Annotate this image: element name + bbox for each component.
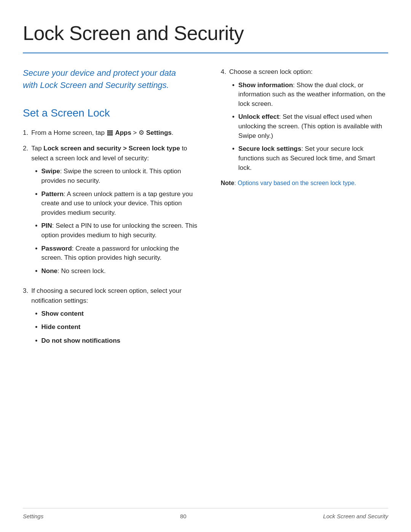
page-title: Lock Screen and Security <box>23 18 388 48</box>
step-4-text: Choose a screen lock option: <box>229 67 312 77</box>
step-3-num: 3. <box>23 286 28 350</box>
bullet-unlock-effect-text: Unlock effect: Set the visual effect use… <box>238 112 388 141</box>
bullet-show-content: Show content <box>31 309 198 319</box>
bullet-secure-lock-settings-text: Secure lock settings: Set your secure lo… <box>238 144 388 173</box>
bullet-unlock-effect: Unlock effect: Set the visual effect use… <box>228 112 388 141</box>
step-4-container: 4. Choose a screen lock option: <box>221 67 388 77</box>
settings-icon: ⚙ <box>139 129 144 136</box>
settings-label: Settings <box>146 129 172 136</box>
bullet-swipe-text: Swipe: Swipe the screen to unlock it. Th… <box>41 167 198 185</box>
bullet-pin-text: PIN: Select a PIN to use for unlocking t… <box>41 221 198 240</box>
step-2-num: 2. <box>23 144 28 280</box>
bullet-password-text: Password: Create a password for unlockin… <box>41 244 198 263</box>
bullet-none: None: No screen lock. <box>31 267 198 276</box>
note-label: Note <box>221 180 234 186</box>
step-1-text: From a Home screen, tap Apps > ⚙ Setting… <box>31 129 174 136</box>
section-heading: Set a Screen Lock <box>23 105 198 121</box>
bullet-show-information: Show information: Show the dual clock, o… <box>228 81 388 109</box>
step-4-bullets: Show information: Show the dual clock, o… <box>221 81 388 173</box>
footer-page-number: 80 <box>180 512 186 521</box>
bullet-none-text: None: No screen lock. <box>41 267 198 276</box>
bullet-do-not-show: Do not show notifications <box>31 336 198 346</box>
step-3-text: If choosing a secured lock screen option… <box>31 287 182 304</box>
bullet-pattern-text: Pattern: A screen unlock pattern is a ta… <box>41 190 198 218</box>
left-column: Secure your device and protect your data… <box>23 67 198 356</box>
step-3-bullets: Show content Hide content Do not show no… <box>31 309 198 346</box>
two-column-layout: Secure your device and protect your data… <box>23 67 388 356</box>
bullet-do-not-show-text: Do not show notifications <box>41 336 198 346</box>
lock-screen-security-label: Lock screen and security > Screen lock t… <box>43 145 180 152</box>
step-2-content: Tap Lock screen and security > Screen lo… <box>31 144 198 280</box>
numbered-list: 1. From a Home screen, tap Apps > ⚙ Set <box>23 128 198 350</box>
title-rule <box>23 53 388 53</box>
intro-text: Secure your device and protect your data… <box>23 67 186 91</box>
bullet-swipe: Swipe: Swipe the screen to unlock it. Th… <box>31 167 198 185</box>
footer-right: Lock Screen and Security <box>323 512 388 521</box>
step-2-bullets: Swipe: Swipe the screen to unlock it. Th… <box>31 167 198 276</box>
step-2: 2. Tap Lock screen and security > Screen… <box>23 144 198 280</box>
step-1-content: From a Home screen, tap Apps > ⚙ Setting… <box>31 128 198 138</box>
note-container: Note: Options vary based on the screen l… <box>221 179 388 188</box>
footer: Settings 80 Lock Screen and Security <box>23 508 388 521</box>
step-3-content: If choosing a secured lock screen option… <box>31 286 198 350</box>
apps-icon <box>107 130 113 136</box>
note-content: : Options vary based on the screen lock … <box>234 180 356 186</box>
bullet-hide-content: Hide content <box>31 323 198 332</box>
bullet-show-content-text: Show content <box>41 309 198 319</box>
page-container: Lock Screen and Security Secure your dev… <box>0 0 411 532</box>
apps-label: Apps <box>115 129 131 136</box>
bullet-pattern: Pattern: A screen unlock pattern is a ta… <box>31 190 198 218</box>
bullet-pin: PIN: Select a PIN to use for unlocking t… <box>31 221 198 240</box>
bullet-secure-lock-settings: Secure lock settings: Set your secure lo… <box>228 144 388 173</box>
footer-left: Settings <box>23 512 43 521</box>
right-column: 4. Choose a screen lock option: Show inf… <box>221 67 388 188</box>
bullet-show-information-text: Show information: Show the dual clock, o… <box>238 81 388 109</box>
step-3: 3. If choosing a secured lock screen opt… <box>23 286 198 350</box>
step-1-num: 1. <box>23 128 28 138</box>
step-1: 1. From a Home screen, tap Apps > ⚙ Set <box>23 128 198 138</box>
bullet-hide-content-text: Hide content <box>41 323 198 332</box>
step-4-num: 4. <box>221 67 226 77</box>
bullet-password: Password: Create a password for unlockin… <box>31 244 198 263</box>
step-2-text: Tap Lock screen and security > Screen lo… <box>31 145 187 162</box>
